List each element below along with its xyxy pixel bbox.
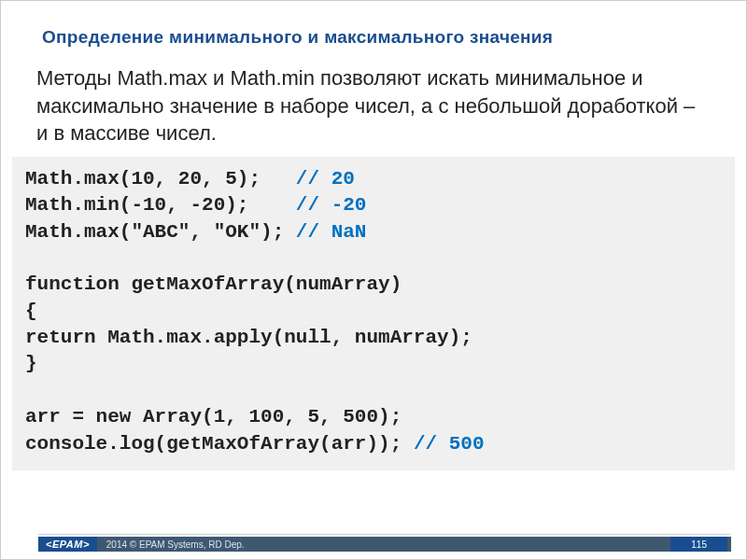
code-line: Math.max("ABC", "OK"); [25,221,296,243]
code-line: } [25,353,37,374]
code-line: console.log(getMaxOfArray(arr)); [25,433,414,455]
slide-footer: <EPAM> 2014 © EPAM Systems, RD Dep. 115 [1,531,746,552]
code-line: function getMaxOfArray(numArray) [25,273,402,295]
slide: Определение минимального и максимального… [0,0,747,560]
footer-bar: <EPAM> 2014 © EPAM Systems, RD Dep. 115 [38,537,731,552]
epam-logo: <EPAM> [38,537,97,552]
code-line: Math.min(-10, -20); [25,194,296,216]
code-line: Math.max(10, 20, 5); [25,168,296,189]
slide-body-text: Методы Math.max и Math.min позволяют иск… [1,48,746,147]
slide-title: Определение минимального и максимального… [1,1,746,48]
code-line: return Math.max.apply(null, numArray); [25,327,472,348]
footer-copyright: 2014 © EPAM Systems, RD Dep. [97,539,245,550]
code-comment: // 20 [296,168,355,189]
footer-divider [38,534,731,535]
code-comment: // -20 [296,194,367,216]
code-line: { [25,301,37,322]
code-comment: // NaN [296,221,367,243]
code-block: Math.max(10, 20, 5); // 20 Math.min(-10,… [12,157,735,470]
code-line: arr = new Array(1, 100, 5, 500); [25,406,402,427]
page-number: 115 [670,537,727,552]
code-comment: // 500 [414,433,485,455]
